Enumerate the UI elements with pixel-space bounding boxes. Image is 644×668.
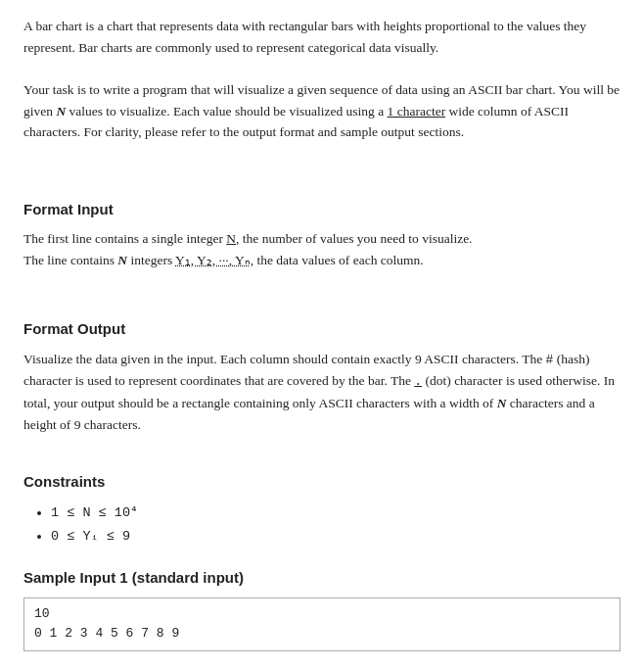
constraint-item-2: 0 ≤ Yᵢ ≤ 9 [51,525,621,549]
sample-input-section: Sample Input 1 (standard input) 10 0 1 2… [23,566,621,651]
dot-char: . [414,374,422,389]
constraint-item-1: 1 ≤ N ≤ 10⁴ [51,501,621,525]
constraints-section: Constraints 1 ≤ N ≤ 10⁴ 0 ≤ Yᵢ ≤ 9 [23,470,621,549]
fi-line2-part1: The line contains [23,253,117,267]
fo-n-italic: N [497,396,507,410]
constraints-title: Constraints [23,470,621,493]
fi-n1: N [226,231,236,246]
sample-input-line2: 0 1 2 3 4 5 6 7 8 9 [34,624,610,644]
format-output-title: Format Output [23,317,621,340]
sample-input-line1: 10 [34,604,610,625]
fi-y-sequence: Y₁, Y₂, ···, Yₙ [175,253,251,267]
sample-input-box: 10 0 1 2 3 4 5 6 7 8 9 [23,597,621,652]
sample-input-title: Sample Input 1 (standard input) [23,566,621,589]
fo-part1: Visualize the data given in the input. E… [23,352,546,366]
fi-n2: N [117,253,127,267]
fi-line2-part2: integers [127,253,175,267]
format-input-title: Format Input [23,198,621,220]
format-input-body: The first line contains a single integer… [23,228,621,270]
fi-line1-part1: The first line contains a single integer [23,231,226,246]
n-variable-intro: N [56,104,66,119]
task-text-part2: values to visualize. Each value should b… [66,104,387,119]
fi-line2-part3: , the data values of each column. [251,253,424,267]
format-input-section: Format Input The first line contains a s… [23,198,621,270]
one-character-link: 1 character [388,104,446,119]
intro-paragraph-1: A bar chart is a chart that represents d… [23,16,621,58]
format-output-section: Format Output Visualize the data given i… [23,317,621,435]
fi-line1-part2: , the number of values you need to visua… [236,231,472,246]
task-paragraph: Your task is to write a program that wil… [23,79,621,143]
constraints-list: 1 ≤ N ≤ 10⁴ 0 ≤ Yᵢ ≤ 9 [23,501,621,549]
format-output-body: Visualize the data given in the input. E… [23,349,621,436]
